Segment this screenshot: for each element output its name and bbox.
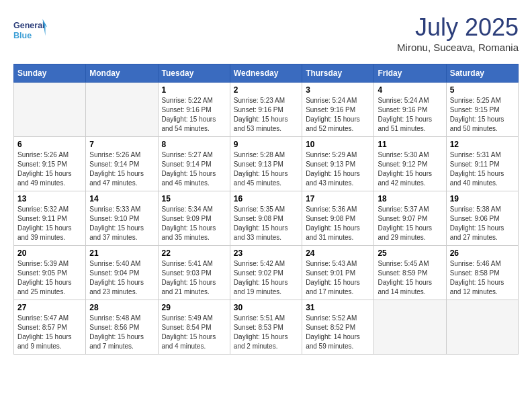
day-number: 9 [234,140,298,149]
day-number: 13 [17,194,82,203]
calendar-cell: 17 Sunrise: 5:36 AMSunset: 9:08 PMDaylig… [302,191,374,246]
day-number: 4 [378,85,442,95]
day-info: Sunrise: 5:26 AMSunset: 9:15 PMDaylight:… [17,150,82,188]
day-number: 25 [378,248,442,258]
calendar-cell: 30 Sunrise: 5:51 AMSunset: 8:53 PMDaylig… [230,300,302,355]
calendar-cell: 28 Sunrise: 5:48 AMSunset: 8:56 PMDaylig… [86,300,158,355]
weekday-header-thursday: Thursday [302,64,374,83]
day-number: 5 [450,85,515,95]
calendar-cell: 31 Sunrise: 5:52 AMSunset: 8:52 PMDaylig… [302,300,374,355]
day-info: Sunrise: 5:37 AMSunset: 9:07 PMDaylight:… [378,205,442,242]
day-number: 20 [17,248,82,258]
calendar-cell: 4 Sunrise: 5:24 AMSunset: 9:16 PMDayligh… [374,83,446,137]
week-row-4: 20 Sunrise: 5:39 AMSunset: 9:05 PMDaylig… [14,246,519,300]
day-info: Sunrise: 5:46 AMSunset: 8:58 PMDaylight:… [450,259,515,297]
day-number: 3 [306,85,370,95]
calendar-cell: 14 Sunrise: 5:33 AMSunset: 9:10 PMDaylig… [86,191,158,246]
day-number: 29 [162,303,226,312]
day-info: Sunrise: 5:41 AMSunset: 9:03 PMDaylight:… [162,259,226,297]
day-info: Sunrise: 5:29 AMSunset: 9:13 PMDaylight:… [306,150,370,188]
calendar-cell: 27 Sunrise: 5:47 AMSunset: 8:57 PMDaylig… [14,300,86,355]
weekday-header-tuesday: Tuesday [158,64,230,83]
day-number: 22 [162,248,226,258]
svg-text:Blue: Blue [13,32,32,41]
day-info: Sunrise: 5:26 AMSunset: 9:14 PMDaylight:… [89,150,154,188]
day-info: Sunrise: 5:38 AMSunset: 9:06 PMDaylight:… [450,205,515,242]
calendar-cell: 11 Sunrise: 5:30 AMSunset: 9:12 PMDaylig… [374,137,446,191]
weekday-header-wednesday: Wednesday [230,64,302,83]
day-info: Sunrise: 5:31 AMSunset: 9:11 PMDaylight:… [450,150,515,188]
calendar-cell: 3 Sunrise: 5:24 AMSunset: 9:16 PMDayligh… [302,83,374,137]
calendar-cell: 22 Sunrise: 5:41 AMSunset: 9:03 PMDaylig… [158,246,230,300]
calendar-cell: 9 Sunrise: 5:28 AMSunset: 9:13 PMDayligh… [230,137,302,191]
day-number: 12 [450,140,515,149]
day-info: Sunrise: 5:45 AMSunset: 8:59 PMDaylight:… [378,259,442,297]
calendar-cell: 24 Sunrise: 5:43 AMSunset: 9:01 PMDaylig… [302,246,374,300]
day-number: 7 [89,140,154,149]
day-info: Sunrise: 5:36 AMSunset: 9:08 PMDaylight:… [306,205,370,242]
calendar-cell: 10 Sunrise: 5:29 AMSunset: 9:13 PMDaylig… [302,137,374,191]
weekday-header-friday: Friday [374,64,446,83]
day-info: Sunrise: 5:34 AMSunset: 9:09 PMDaylight:… [162,205,226,242]
day-info: Sunrise: 5:24 AMSunset: 9:16 PMDaylight:… [306,96,370,134]
day-number: 19 [450,194,515,203]
day-info: Sunrise: 5:40 AMSunset: 9:04 PMDaylight:… [89,259,154,297]
calendar-cell: 1 Sunrise: 5:22 AMSunset: 9:16 PMDayligh… [158,83,230,137]
day-number: 23 [234,248,298,258]
day-info: Sunrise: 5:33 AMSunset: 9:10 PMDaylight:… [89,205,154,242]
calendar-cell: 29 Sunrise: 5:49 AMSunset: 8:54 PMDaylig… [158,300,230,355]
calendar-cell: 15 Sunrise: 5:34 AMSunset: 9:09 PMDaylig… [158,191,230,246]
day-info: Sunrise: 5:42 AMSunset: 9:02 PMDaylight:… [234,259,298,297]
week-row-1: 1 Sunrise: 5:22 AMSunset: 9:16 PMDayligh… [14,83,519,137]
day-number: 1 [162,85,226,95]
calendar-cell: 21 Sunrise: 5:40 AMSunset: 9:04 PMDaylig… [86,246,158,300]
calendar-cell [446,300,518,355]
day-number: 16 [234,194,298,203]
calendar-cell: 5 Sunrise: 5:25 AMSunset: 9:15 PMDayligh… [446,83,518,137]
location: Mironu, Suceava, Romania [397,42,519,53]
day-number: 26 [450,248,515,258]
day-number: 6 [17,140,82,149]
day-info: Sunrise: 5:28 AMSunset: 9:13 PMDaylight:… [234,150,298,188]
day-info: Sunrise: 5:30 AMSunset: 9:12 PMDaylight:… [378,150,442,188]
day-info: Sunrise: 5:35 AMSunset: 9:08 PMDaylight:… [234,205,298,242]
calendar-cell [14,83,86,137]
day-number: 28 [89,303,154,312]
calendar-cell: 6 Sunrise: 5:26 AMSunset: 9:15 PMDayligh… [14,137,86,191]
calendar-cell: 13 Sunrise: 5:32 AMSunset: 9:11 PMDaylig… [14,191,86,246]
calendar-cell: 18 Sunrise: 5:37 AMSunset: 9:07 PMDaylig… [374,191,446,246]
svg-text:General: General [13,21,45,31]
calendar-cell: 23 Sunrise: 5:42 AMSunset: 9:02 PMDaylig… [230,246,302,300]
day-info: Sunrise: 5:27 AMSunset: 9:14 PMDaylight:… [162,150,226,188]
day-info: Sunrise: 5:39 AMSunset: 9:05 PMDaylight:… [17,259,82,297]
calendar-cell: 12 Sunrise: 5:31 AMSunset: 9:11 PMDaylig… [446,137,518,191]
week-row-5: 27 Sunrise: 5:47 AMSunset: 8:57 PMDaylig… [14,300,519,355]
day-info: Sunrise: 5:48 AMSunset: 8:56 PMDaylight:… [89,314,154,351]
day-info: Sunrise: 5:49 AMSunset: 8:54 PMDaylight:… [162,314,226,351]
weekday-header-saturday: Saturday [446,64,518,83]
day-info: Sunrise: 5:32 AMSunset: 9:11 PMDaylight:… [17,205,82,242]
title-block: July 2025 Mironu, Suceava, Romania [397,13,519,53]
day-info: Sunrise: 5:23 AMSunset: 9:16 PMDaylight:… [234,96,298,134]
calendar-cell: 7 Sunrise: 5:26 AMSunset: 9:14 PMDayligh… [86,137,158,191]
day-number: 31 [306,303,370,312]
day-number: 15 [162,194,226,203]
day-info: Sunrise: 5:51 AMSunset: 8:53 PMDaylight:… [234,314,298,351]
day-number: 18 [378,194,442,203]
calendar-cell: 16 Sunrise: 5:35 AMSunset: 9:08 PMDaylig… [230,191,302,246]
calendar-cell: 8 Sunrise: 5:27 AMSunset: 9:14 PMDayligh… [158,137,230,191]
weekday-header-monday: Monday [86,64,158,83]
day-info: Sunrise: 5:22 AMSunset: 9:16 PMDaylight:… [162,96,226,134]
day-info: Sunrise: 5:47 AMSunset: 8:57 PMDaylight:… [17,314,82,351]
week-row-3: 13 Sunrise: 5:32 AMSunset: 9:11 PMDaylig… [14,191,519,246]
weekday-header-sunday: Sunday [14,64,86,83]
day-info: Sunrise: 5:25 AMSunset: 9:15 PMDaylight:… [450,96,515,134]
day-number: 11 [378,140,442,149]
calendar-cell: 26 Sunrise: 5:46 AMSunset: 8:58 PMDaylig… [446,246,518,300]
day-number: 30 [234,303,298,312]
calendar-table: SundayMondayTuesdayWednesdayThursdayFrid… [13,64,519,355]
day-number: 2 [234,85,298,95]
week-row-2: 6 Sunrise: 5:26 AMSunset: 9:15 PMDayligh… [14,137,519,191]
logo-svg: General Blue [13,13,47,47]
calendar-cell: 25 Sunrise: 5:45 AMSunset: 8:59 PMDaylig… [374,246,446,300]
